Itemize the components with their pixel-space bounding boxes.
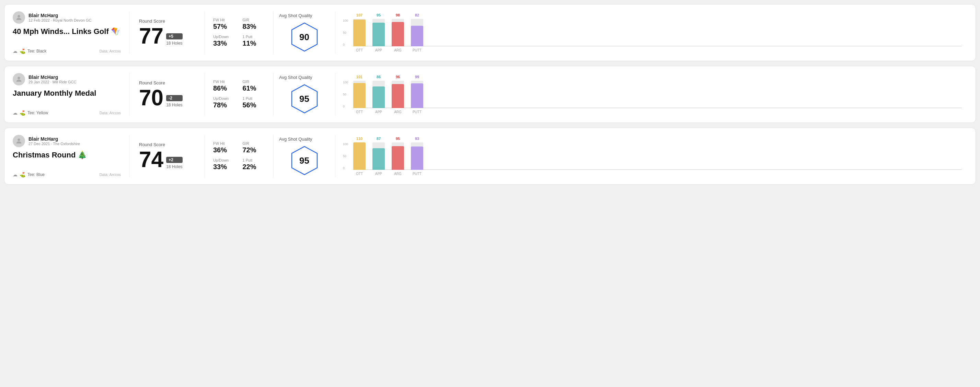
user-row: Blair McHarg 12 Feb 2022 · Royal North D…: [13, 11, 121, 24]
bar-background: [391, 81, 404, 108]
stats-grid: FW Hit 57% GIR 83% Up/Down 33% 1 Putt 11…: [213, 18, 265, 48]
bar-axis-label: APP: [375, 172, 382, 176]
data-source-label: Data: Arccos: [100, 111, 121, 115]
bar-group: 110 OTT: [353, 143, 366, 170]
oneputt-value: 22%: [243, 163, 265, 171]
bar-value-label: 110: [356, 136, 363, 141]
user-info: Blair McHarg 29 Jan 2022 · Mill Ride GCC: [29, 75, 76, 84]
bar-value-label: 101: [356, 75, 363, 79]
round-card-1: Blair McHarg 12 Feb 2022 · Royal North D…: [4, 4, 976, 61]
tee-info: ☁ ⛳ Tee: Yellow: [13, 110, 48, 116]
bar-group: 82 PUTT: [411, 19, 423, 46]
card-stats-1: FW Hit 57% GIR 83% Up/Down 33% 1 Putt 11…: [205, 11, 274, 54]
bar-background: [391, 19, 404, 46]
card-stats-2: FW Hit 86% GIR 61% Up/Down 78% 1 Putt 56…: [205, 73, 274, 116]
bar-fill: [372, 148, 385, 170]
score-label: Round Score: [139, 142, 195, 147]
score-label: Round Score: [139, 19, 195, 24]
bar-fill: [411, 26, 423, 46]
avatar: [13, 73, 25, 86]
bar-group: 101 OTT: [353, 81, 366, 108]
stat-oneputt: 1 Putt 56%: [243, 97, 265, 109]
stat-gir: GIR 61%: [243, 79, 265, 92]
bar-value-label: 96: [396, 75, 400, 79]
user-row: Blair McHarg 29 Jan 2022 · Mill Ride GCC: [13, 73, 121, 86]
card-footer: ☁ ⛳ Tee: Black Data: Arccos: [13, 48, 121, 54]
stat-gir: GIR 83%: [243, 18, 265, 30]
bar-axis-label: PUTT: [413, 110, 422, 114]
gir-label: GIR: [243, 141, 265, 146]
bar-background: [353, 143, 366, 170]
score-main: 77 +5 18 Holes: [139, 25, 195, 47]
bar-background: [411, 81, 423, 108]
user-info: Blair McHarg 27 Dec 2021 · The Oxfordshi…: [29, 136, 80, 146]
tee-info: ☁ ⛳ Tee: Blue: [13, 172, 45, 178]
quality-label: Avg Shot Quality: [279, 136, 312, 142]
round-card-3: Blair McHarg 27 Dec 2021 · The Oxfordshi…: [4, 128, 976, 185]
updown-label: Up/Down: [213, 158, 236, 162]
bar-group: 95 APP: [372, 19, 385, 46]
user-info: Blair McHarg 12 Feb 2022 · Royal North D…: [29, 13, 91, 22]
fw-hit-label: FW Hit: [213, 79, 236, 84]
oneputt-value: 11%: [243, 40, 265, 48]
svg-point-4: [18, 139, 20, 141]
round-title: Christmas Round 🎄: [13, 151, 121, 160]
bar-axis-label: OTT: [356, 48, 363, 52]
tee-label: Tee: Black: [27, 49, 46, 54]
gir-value: 61%: [243, 84, 265, 92]
bar-axis-label: ARG: [394, 172, 402, 176]
bar-fill: [353, 19, 366, 46]
bar-value-label: 87: [377, 136, 381, 141]
bar-fill: [372, 86, 385, 108]
data-source-label: Data: Arccos: [100, 49, 121, 53]
stat-updown: Up/Down 78%: [213, 97, 236, 109]
hexagon-score: 95: [299, 155, 309, 166]
bar-fill: [411, 146, 423, 170]
bar-value-label: 86: [377, 75, 381, 79]
bar-background: [372, 19, 385, 46]
score-badge: -2: [166, 95, 182, 101]
score-holes: 18 Holes: [166, 41, 182, 46]
stat-fw-hit: FW Hit 86%: [213, 79, 236, 92]
stats-grid: FW Hit 36% GIR 72% Up/Down 33% 1 Putt 22…: [213, 141, 265, 171]
bar-group: 86 APP: [372, 81, 385, 108]
card-score-3: Round Score 74 +2 18 Holes: [129, 135, 205, 178]
user-meta: 12 Feb 2022 · Royal North Devon GC: [29, 18, 91, 22]
fw-hit-value: 86%: [213, 84, 236, 92]
quality-label: Avg Shot Quality: [279, 13, 312, 18]
bar-group: 96 ARG: [391, 81, 404, 108]
bar-axis-label: OTT: [356, 110, 363, 114]
weather-icon: ☁: [13, 48, 18, 54]
updown-value: 33%: [213, 163, 236, 171]
bar-background: [353, 19, 366, 46]
bar-value-label: 82: [415, 13, 419, 17]
bar-value-label: 98: [396, 13, 400, 17]
fw-hit-label: FW Hit: [213, 18, 236, 22]
bar-background: [411, 19, 423, 46]
avatar: [13, 135, 25, 147]
tee-label: Tee: Blue: [27, 172, 45, 177]
updown-label: Up/Down: [213, 97, 236, 100]
bar-background: [391, 143, 404, 170]
bar-fill: [391, 84, 404, 108]
gir-value: 83%: [243, 23, 265, 30]
card-chart-1: 100500 107 OTT 95 APP 98 AR: [336, 11, 967, 54]
bar-fill: [353, 143, 366, 170]
user-row: Blair McHarg 27 Dec 2021 · The Oxfordshi…: [13, 135, 121, 147]
fw-hit-value: 57%: [213, 23, 236, 30]
bar-fill: [353, 83, 366, 108]
bar-fill: [372, 23, 385, 46]
oneputt-label: 1 Putt: [243, 97, 265, 100]
hexagon-container: 95: [279, 83, 329, 114]
svg-point-2: [18, 77, 20, 79]
bar-group: 93 PUTT: [411, 143, 423, 170]
avatar: [13, 11, 25, 24]
hexagon: 95: [289, 83, 320, 114]
bar-axis-label: PUTT: [413, 48, 422, 52]
oneputt-label: 1 Putt: [243, 35, 265, 39]
bar-axis-label: APP: [375, 110, 382, 114]
bar-axis-label: ARG: [394, 110, 402, 114]
score-holes: 18 Holes: [166, 164, 182, 169]
score-label: Round Score: [139, 80, 195, 86]
bar-group: 98 ARG: [391, 19, 404, 46]
